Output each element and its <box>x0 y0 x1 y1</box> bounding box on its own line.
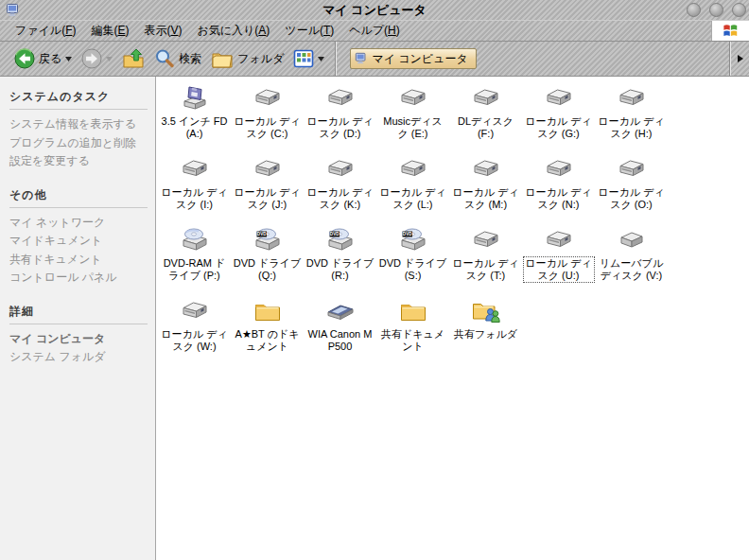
menu-item[interactable]: 表示(V) <box>136 21 189 41</box>
sidebar-item[interactable]: システム情報を表示する <box>9 115 148 134</box>
go-arrow-icon <box>738 55 743 62</box>
drive-item[interactable]: Musicディスク (E:) <box>376 81 449 152</box>
svg-text:DVD: DVD <box>402 232 411 236</box>
drive-item-label: ローカル ディスク (L:) <box>377 185 449 212</box>
up-button[interactable] <box>119 45 148 72</box>
minimize-button[interactable] <box>687 3 701 17</box>
folders-button[interactable]: フォルダ <box>208 45 287 72</box>
forward-dropdown-icon <box>106 57 113 61</box>
drive-item[interactable]: WIA Canon MP500 <box>304 294 376 365</box>
address-location-button[interactable]: マイ コンピュータ <box>350 48 476 69</box>
back-arrow-icon <box>14 48 35 69</box>
folder-icon <box>398 296 428 326</box>
hard-disk-icon <box>253 83 283 114</box>
title-bar: マイ コンピュータ <box>0 0 749 21</box>
sidebar-section: その他 マイ ネットワーク マイドキュメント 共有ドキュメント コントロール パ… <box>9 187 148 288</box>
drive-item[interactable]: ローカル ディスク (L:) <box>376 152 449 223</box>
drive-item-label: WIA Canon MP500 <box>305 327 376 354</box>
drive-item[interactable]: ローカル ディスク (J:) <box>231 152 304 223</box>
drive-item[interactable]: 共有ドキュメント <box>376 294 449 365</box>
hard-disk-icon <box>253 154 283 184</box>
drive-item-label: DVD ドライブ (S:) <box>377 256 449 283</box>
drive-item-label: 共有ドキュメント <box>377 327 449 354</box>
drive-item[interactable]: DVD DVD ドライブ (S:) <box>376 223 449 294</box>
drive-item[interactable]: ローカル ディスク (I:) <box>158 152 231 223</box>
sidebar-item[interactable]: マイドキュメント <box>9 232 148 251</box>
menu-item[interactable]: 編集(E) <box>83 21 136 41</box>
hard-disk-icon <box>617 154 647 184</box>
drive-item-label: ローカル ディスク (N:) <box>523 185 595 212</box>
sidebar-item[interactable]: 設定を変更する <box>9 152 148 171</box>
maximize-button[interactable] <box>709 3 723 17</box>
drive-item[interactable]: ローカル ディスク (U:) <box>522 223 595 294</box>
sidebar-divider <box>9 207 148 208</box>
hard-disk-icon <box>617 83 647 114</box>
sidebar-section: システムのタスク システム情報を表示する プログラムの追加と削除 設定を変更する <box>9 89 148 171</box>
drive-item[interactable]: DVD-RAM ドライブ (P:) <box>158 223 231 294</box>
window-controls <box>687 3 746 17</box>
sidebar-item[interactable]: プログラムの追加と削除 <box>9 134 148 153</box>
address-value: マイ コンピュータ <box>372 51 467 67</box>
views-button[interactable] <box>290 46 327 71</box>
drive-item[interactable]: DLディスク (F:) <box>449 81 522 152</box>
drive-item[interactable]: ローカル ディスク (K:) <box>304 152 376 223</box>
drive-item[interactable]: ローカル ディスク (M:) <box>449 152 522 223</box>
scanner-icon <box>325 296 356 326</box>
back-button[interactable]: 戻る <box>11 46 75 71</box>
hard-disk-icon <box>398 154 428 184</box>
drive-item[interactable]: ローカル ディスク (D:) <box>304 81 376 152</box>
task-sidebar: システムのタスク システム情報を表示する プログラムの追加と削除 設定を変更する… <box>0 77 156 560</box>
drive-item-label: ローカル ディスク (G:) <box>523 114 595 141</box>
drive-item-label: Musicディスク (E:) <box>377 114 449 141</box>
menu-item[interactable]: お気に入り(A) <box>190 21 278 41</box>
drive-item[interactable]: ローカル ディスク (O:) <box>595 152 668 223</box>
sidebar-item[interactable]: マイ ネットワーク <box>9 214 148 233</box>
drive-item[interactable]: ローカル ディスク (T:) <box>449 223 522 294</box>
drive-item[interactable]: リムーバブル ディスク (V:) <box>595 223 668 294</box>
drive-item-label: ローカル ディスク (M:) <box>450 185 522 212</box>
search-button[interactable]: 検索 <box>151 46 204 71</box>
drive-item[interactable]: DVD DVD ドライブ (R:) <box>304 223 376 294</box>
drive-item[interactable]: ローカル ディスク (C:) <box>231 81 304 152</box>
drive-item[interactable]: ローカル ディスク (H:) <box>595 81 668 152</box>
folders-button-label: フォルダ <box>237 51 284 67</box>
forward-button[interactable] <box>78 46 115 71</box>
sidebar-divider <box>9 324 148 324</box>
sidebar-item[interactable]: 共有ドキュメント <box>9 251 148 270</box>
drive-item-label: DVD-RAM ドライブ (P:) <box>159 256 231 283</box>
menu-item[interactable]: ファイル(F) <box>8 21 83 41</box>
drive-item-label: 3.5 インチ FD (A:) <box>159 114 231 141</box>
views-dropdown-icon <box>318 57 324 61</box>
drive-item[interactable]: 共有フォルダ <box>449 294 522 365</box>
hard-disk-icon <box>544 154 574 184</box>
drive-item[interactable]: 3.5 インチ FD (A:) <box>158 81 231 152</box>
drive-item[interactable]: A★BT のドキュメント <box>231 294 304 365</box>
svg-text:DVD: DVD <box>256 232 266 236</box>
toolbar-overflow-button[interactable] <box>731 42 749 76</box>
drive-item-label: リムーバブル ディスク (V:) <box>596 256 668 283</box>
drive-item[interactable]: ローカル ディスク (N:) <box>522 152 595 223</box>
sidebar-item[interactable]: システム フォルダ <box>9 348 148 367</box>
folder-icon <box>253 296 283 326</box>
drive-item-label: ローカル ディスク (J:) <box>232 185 304 212</box>
sidebar-divider <box>9 109 148 110</box>
drive-item-label: ローカル ディスク (C:) <box>232 114 304 141</box>
drive-item[interactable]: DVD DVD ドライブ (Q:) <box>231 223 304 294</box>
folder-view: 3.5 インチ FD (A:) ローカル ディスク (C:) ローカル ディスク… <box>156 77 749 560</box>
sidebar-item[interactable]: コントロール パネル <box>9 269 148 288</box>
drive-item[interactable]: ローカル ディスク (W:) <box>158 294 231 365</box>
sidebar-section-title: その他 <box>9 187 148 203</box>
dvd-drive-icon: DVD <box>325 225 356 255</box>
menu-item[interactable]: ツール(T) <box>277 21 341 41</box>
close-button[interactable] <box>732 3 746 17</box>
drive-item[interactable]: ローカル ディスク (G:) <box>522 81 595 152</box>
toolbar-buttons: 戻る 検索 <box>0 42 335 76</box>
svg-text:DVD: DVD <box>329 232 339 236</box>
drive-item-label: ローカル ディスク (I:) <box>159 185 231 212</box>
windows-logo-icon <box>711 21 749 41</box>
drive-item-label: DVD ドライブ (Q:) <box>232 256 304 283</box>
search-icon <box>154 48 175 69</box>
sidebar-item[interactable]: マイ コンピュータ <box>9 330 148 349</box>
menu-item[interactable]: ヘルプ(H) <box>341 21 408 41</box>
toolbar: 戻る 検索 <box>0 42 749 77</box>
